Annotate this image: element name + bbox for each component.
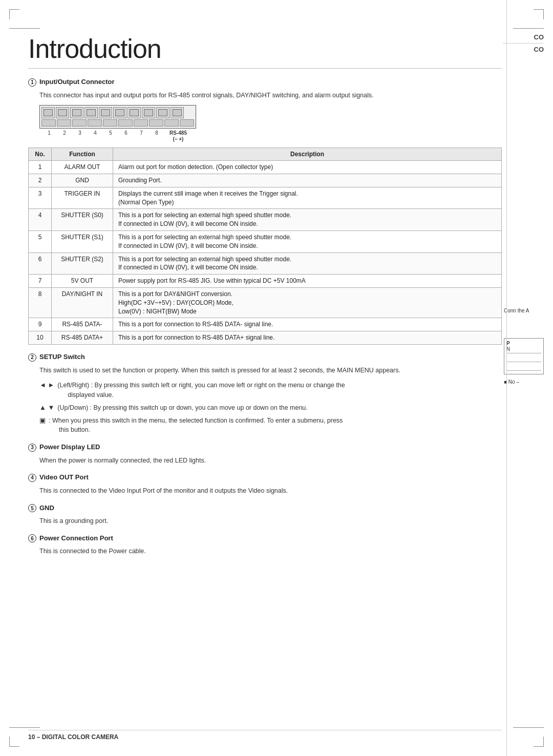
sidebar-connect-note: Conn the A xyxy=(504,307,544,314)
cell-7-0: 8 xyxy=(29,288,52,318)
conn-bot-6 xyxy=(118,119,133,127)
section2-title: SETUP Switch xyxy=(39,353,85,361)
table-row: 9RS-485 DATA-This is a port for connecti… xyxy=(29,318,502,331)
section3-num: 3 xyxy=(28,444,36,452)
co-label-1: CO xyxy=(503,33,544,44)
section5-body: This is a grounding port. xyxy=(39,516,502,526)
cell-8-2: This is a port for connection to RS-485 … xyxy=(113,318,502,331)
corner-mark-bl xyxy=(9,737,19,747)
conn-cell-2 xyxy=(56,107,69,118)
bullet-indent-2: this button. xyxy=(59,425,502,435)
h-rule-top-left xyxy=(9,28,40,29)
bullet-symbol-1: ▲ ▼ xyxy=(39,403,54,413)
connector-grid xyxy=(39,105,196,129)
cell-2-1: TRIGGER IN xyxy=(52,187,113,209)
cell-1-1: GND xyxy=(52,174,113,187)
pin-2: 2 xyxy=(57,130,72,142)
cell-0-1: ALARM OUT xyxy=(52,161,113,174)
pin-5: 5 xyxy=(103,130,118,142)
conn-cell-10 xyxy=(171,107,184,118)
cell-6-2: Power supply port for RS-485 JIG. Use wi… xyxy=(113,275,502,288)
bullet-item-1: ▲ ▼(Up/Down) : By pressing this switch u… xyxy=(39,403,502,413)
bullet-text-1: (Up/Down) : By pressing this switch up o… xyxy=(57,403,502,413)
table-row: 1ALARM OUTAlarm out port for motion dete… xyxy=(29,161,502,174)
bullet-symbol-0: ◄ ► xyxy=(39,380,54,390)
cell-4-0: 5 xyxy=(29,231,52,253)
section4-body: This is connected to the Video Input Por… xyxy=(39,486,502,496)
sidebar-divider xyxy=(506,0,507,756)
section5-title: GND xyxy=(39,504,54,512)
cell-6-0: 7 xyxy=(29,275,52,288)
pin-1: 1 xyxy=(41,130,57,142)
bullet-item-0: ◄ ►(Left/Right) : By pressing this switc… xyxy=(39,380,502,400)
bullet-text-2: : When you press this switch in the menu… xyxy=(49,416,502,435)
h-rule-bottom-left xyxy=(9,727,40,728)
bullet-text-0: (Left/Right) : By pressing this switch l… xyxy=(57,381,502,400)
cell-1-0: 2 xyxy=(29,174,52,187)
conn-cell-9 xyxy=(156,107,169,118)
connector-diagram: 1 2 3 4 5 6 7 8 RS-485(– +) xyxy=(39,105,502,142)
cell-5-0: 6 xyxy=(29,253,52,275)
conn-bot-9 xyxy=(164,119,179,127)
cell-8-1: RS-485 DATA- xyxy=(52,318,113,331)
cell-4-2: This is a port for selecting an external… xyxy=(113,231,502,253)
section1-header: 1 Input/Output Connector xyxy=(28,78,502,87)
sidebar-co-labels: CO CO xyxy=(503,33,544,53)
section3-header: 3 Power Display LED xyxy=(28,443,502,452)
cell-0-0: 1 xyxy=(29,161,52,174)
sidebar-pn-box: P N xyxy=(504,338,544,374)
cell-0-2: Alarm out port for motion detection. (Op… xyxy=(113,161,502,174)
pn-space1 xyxy=(506,354,541,361)
pin-6: 6 xyxy=(118,130,134,142)
section6-header: 6 Power Connection Port xyxy=(28,534,502,543)
cell-9-2: This is a port for connection to RS-485 … xyxy=(113,331,502,345)
page-title: Introduction xyxy=(28,33,502,69)
table-row: 2GNDGrounding Port. xyxy=(29,174,502,187)
corner-mark-br xyxy=(534,737,544,747)
cell-4-1: SHUTTER (S1) xyxy=(52,231,113,253)
table-row: 10RS-485 DATA+This is a port for connect… xyxy=(29,331,502,345)
conn-cell-1 xyxy=(41,107,55,118)
conn-bot-10 xyxy=(180,119,194,127)
section2-num: 2 xyxy=(28,353,36,362)
section1-body: This connector has input and output port… xyxy=(39,91,502,100)
pn-dash1 xyxy=(506,353,541,353)
conn-bot-3 xyxy=(72,119,87,127)
page-footer: 10 – DIGITAL COLOR CAMERA xyxy=(28,730,502,741)
pin-7: 7 xyxy=(134,130,149,142)
table-row: 5SHUTTER (S1)This is a port for selectin… xyxy=(29,231,502,253)
conn-bot-1 xyxy=(41,119,56,127)
bullet-item-2: ▣: When you press this switch in the men… xyxy=(39,415,502,435)
conn-cell-8 xyxy=(142,107,155,118)
io-connector-table: No. Function Description 1ALARM OUTAlarm… xyxy=(28,148,502,345)
section4-header: 4 Video OUT Port xyxy=(28,473,502,482)
pin-3: 3 xyxy=(72,130,88,142)
pn-space2 xyxy=(506,363,541,369)
corner-mark-tl xyxy=(9,9,19,19)
conn-bot-5 xyxy=(103,119,117,127)
section3-title: Power Display LED xyxy=(39,443,100,451)
conn-bot-4 xyxy=(88,119,102,127)
table-row: 8DAY/NIGHT INThis is a port for DAY&NIGH… xyxy=(29,288,502,318)
section2-body: This switch is used to set the function … xyxy=(39,366,502,375)
h-rule-top-right xyxy=(513,28,544,29)
conn-bot-2 xyxy=(57,119,71,127)
section2-header: 2 SETUP Switch xyxy=(28,353,502,362)
rs485-label: RS-485(– +) xyxy=(164,130,192,142)
conn-cell-3 xyxy=(70,107,83,118)
cell-2-2: Displays the current still image when it… xyxy=(113,187,502,209)
section5-num: 5 xyxy=(28,504,36,512)
cell-7-2: This is a port for DAY&NIGHT conversion.… xyxy=(113,288,502,318)
pn-line2: N xyxy=(506,346,541,352)
table-row: 75V OUTPower supply port for RS-485 JIG.… xyxy=(29,275,502,288)
co-label-2: CO xyxy=(503,46,544,53)
cell-2-0: 3 xyxy=(29,187,52,209)
table-header-row: No. Function Description xyxy=(29,148,502,161)
pin-4: 4 xyxy=(88,130,103,142)
cell-9-1: RS-485 DATA+ xyxy=(52,331,113,345)
pn-line1: P xyxy=(506,341,541,346)
col-function: Function xyxy=(52,148,113,161)
conn-bot-8 xyxy=(149,119,163,127)
cell-5-2: This is a port for selecting an external… xyxy=(113,253,502,275)
conn-cell-4 xyxy=(84,107,98,118)
